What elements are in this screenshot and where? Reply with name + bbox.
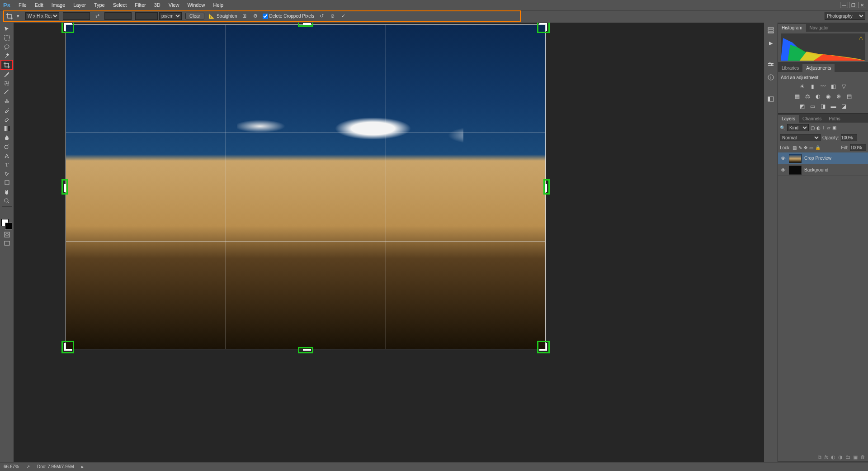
pen-tool[interactable]: [1, 151, 12, 160]
gradient-map-icon[interactable]: ▬: [830, 103, 838, 110]
lock-position-icon[interactable]: ✥: [804, 145, 807, 150]
crop-settings-icon[interactable]: ⚙: [252, 13, 259, 20]
layer-visibility-icon[interactable]: 👁: [780, 156, 786, 161]
selective-color-icon[interactable]: ◪: [840, 103, 848, 110]
straighten-label[interactable]: Straighten: [217, 14, 237, 19]
document-canvas[interactable]: [66, 24, 546, 349]
type-tool[interactable]: T: [1, 160, 12, 169]
edit-toolbar-icon[interactable]: ⋯: [1, 208, 12, 217]
canvas-area[interactable]: [14, 23, 764, 462]
crop-handle-bottom-left[interactable]: [61, 341, 74, 353]
layer-row[interactable]: 👁 Crop Preview: [778, 152, 868, 164]
new-fill-layer-icon[interactable]: ◑: [838, 454, 843, 460]
layer-thumbnail[interactable]: [789, 166, 802, 175]
swap-dimensions-icon[interactable]: ⇄: [94, 13, 101, 20]
move-tool[interactable]: [1, 24, 12, 33]
crop-resolution-input[interactable]: [135, 12, 158, 20]
eyedropper-tool[interactable]: [1, 70, 12, 78]
workspace-select[interactable]: Photography: [825, 12, 865, 20]
filter-shape-icon[interactable]: ▱: [827, 125, 830, 130]
clone-stamp-tool[interactable]: [1, 97, 12, 105]
levels-icon[interactable]: ▮: [809, 83, 817, 90]
actions-panel-icon[interactable]: ▶: [766, 38, 776, 48]
layer-thumbnail[interactable]: [789, 154, 802, 163]
brush-tool[interactable]: [1, 88, 12, 96]
delete-layer-icon[interactable]: 🗑: [860, 454, 865, 460]
screen-mode-icon[interactable]: [1, 239, 12, 248]
clear-button[interactable]: Clear: [185, 13, 204, 19]
menu-window[interactable]: Window: [183, 0, 209, 10]
filter-adjust-icon[interactable]: ◐: [816, 125, 821, 130]
crop-tool[interactable]: [1, 61, 12, 69]
eraser-tool[interactable]: [1, 115, 12, 124]
invert-icon[interactable]: ◩: [798, 103, 807, 110]
shape-tool[interactable]: [1, 178, 12, 187]
crop-handle-bottom-right[interactable]: [537, 341, 550, 353]
new-group-icon[interactable]: 🗀: [845, 454, 850, 460]
crop-handle-mid-right[interactable]: [543, 179, 550, 195]
marquee-tool[interactable]: [1, 33, 12, 42]
window-maximize-icon[interactable]: ❐: [849, 2, 857, 8]
crop-preset-select[interactable]: W x H x Res...: [25, 12, 59, 20]
blend-mode-select[interactable]: Normal: [780, 134, 821, 141]
photo-filter-icon[interactable]: ◉: [824, 93, 832, 100]
menu-view[interactable]: View: [165, 0, 184, 10]
color-balance-icon[interactable]: ⚖: [803, 93, 811, 100]
layer-row[interactable]: 👁 Background: [778, 164, 868, 176]
filter-smart-icon[interactable]: ▣: [832, 125, 836, 130]
lock-pixels-icon[interactable]: ✎: [798, 145, 802, 150]
layer-fx-icon[interactable]: fx: [824, 454, 828, 460]
crop-overlay[interactable]: [66, 24, 546, 349]
cancel-crop-icon[interactable]: ⊘: [329, 13, 336, 20]
exposure-icon[interactable]: ◧: [830, 83, 838, 90]
lock-all-icon[interactable]: 🔒: [815, 145, 821, 150]
tab-adjustments[interactable]: Adjustments: [802, 64, 835, 72]
fill-input[interactable]: [850, 144, 866, 151]
hue-saturation-icon[interactable]: ▦: [793, 93, 801, 100]
reset-crop-icon[interactable]: ↺: [318, 13, 325, 20]
lasso-tool[interactable]: [1, 43, 12, 51]
menu-help[interactable]: Help: [209, 0, 228, 10]
crop-handle-top-right[interactable]: [537, 23, 550, 33]
window-close-icon[interactable]: ✕: [858, 2, 866, 8]
properties-panel-icon[interactable]: [766, 60, 776, 70]
layer-visibility-icon[interactable]: 👁: [780, 167, 786, 173]
threshold-icon[interactable]: ◨: [819, 103, 827, 110]
brightness-contrast-icon[interactable]: ☀: [798, 83, 807, 90]
crop-height-input[interactable]: [104, 12, 132, 20]
menu-type[interactable]: Type: [90, 0, 109, 10]
crop-units-select[interactable]: px/cm: [159, 12, 182, 20]
window-minimize-icon[interactable]: —: [840, 2, 848, 8]
ruler-icon[interactable]: 📐: [208, 13, 215, 20]
filter-type-icon[interactable]: T: [822, 125, 825, 130]
delete-cropped-checkbox[interactable]: [263, 14, 268, 19]
tab-navigator[interactable]: Navigator: [806, 24, 833, 32]
history-panel-icon[interactable]: [766, 25, 776, 35]
gradient-tool[interactable]: [1, 124, 12, 133]
doc-info-arrow-icon[interactable]: ▸: [81, 464, 84, 469]
link-layers-icon[interactable]: ⧉: [818, 454, 821, 460]
opacity-input[interactable]: [841, 134, 857, 141]
overlay-grid-icon[interactable]: ⊞: [241, 13, 248, 20]
menu-filter[interactable]: Filter: [131, 0, 150, 10]
quick-mask-icon[interactable]: [1, 230, 12, 239]
crop-handle-top-mid[interactable]: [298, 23, 313, 27]
channel-mixer-icon[interactable]: ⊕: [835, 93, 843, 100]
crop-handle-bottom-mid[interactable]: [298, 347, 313, 353]
menu-3d[interactable]: 3D: [150, 0, 165, 10]
vibrance-icon[interactable]: ▽: [840, 83, 848, 90]
layer-mask-icon[interactable]: ◐: [831, 454, 835, 460]
menu-image[interactable]: Image: [47, 0, 70, 10]
zoom-level[interactable]: 66.67%: [4, 464, 19, 469]
background-color[interactable]: [5, 223, 12, 230]
posterize-icon[interactable]: ▭: [809, 103, 817, 110]
magic-wand-tool[interactable]: [1, 52, 12, 60]
crop-handle-mid-left[interactable]: [61, 179, 68, 195]
menu-file[interactable]: File: [14, 0, 31, 10]
tab-channels[interactable]: Channels: [799, 115, 825, 123]
curves-icon[interactable]: 〰: [819, 83, 827, 90]
commit-crop-icon[interactable]: ✓: [340, 13, 347, 20]
lock-transparent-icon[interactable]: ▨: [793, 145, 797, 150]
histogram-warning-icon[interactable]: ⚠: [859, 35, 863, 42]
zoom-tool[interactable]: [1, 196, 12, 205]
